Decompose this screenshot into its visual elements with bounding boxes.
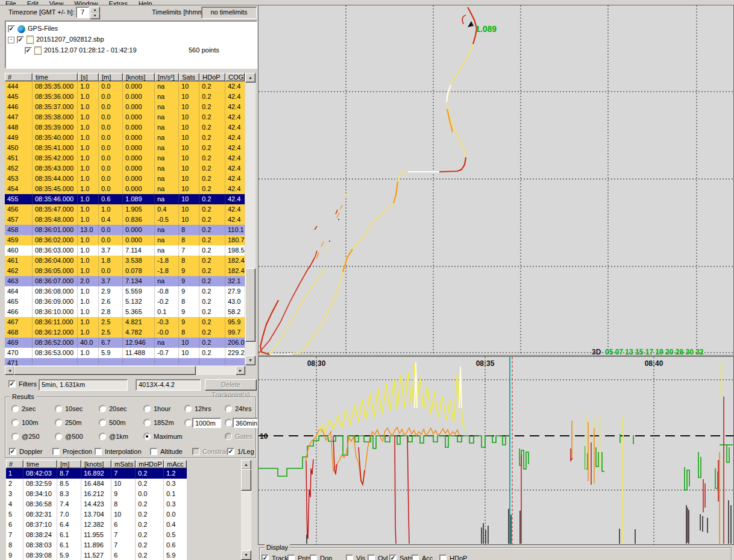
- results-vscrollbar[interactable]: ▲ ▼: [241, 460, 251, 560]
- radio-250m[interactable]: 250m: [55, 419, 82, 426]
- interpolation-checkbox[interactable]: ✓: [95, 448, 102, 455]
- custom-time-input[interactable]: 360min: [233, 418, 258, 428]
- table-row[interactable]: 45808:36:01.00013.00.00.000na80.2110.1: [5, 225, 245, 235]
- radio-12hrs[interactable]: 12hrs: [184, 405, 212, 412]
- scroll-right-icon[interactable]: ►: [236, 366, 245, 375]
- timezone-spin-down-icon[interactable]: ▼: [90, 13, 100, 19]
- scroll-down-icon[interactable]: ▼: [245, 356, 256, 365]
- table-row[interactable]: 44708:35:38.0001.00.00.000na100.242.4: [5, 112, 245, 122]
- radio-500m[interactable]: 500m: [99, 419, 126, 426]
- table-row[interactable]: 45508:35:46.0001.00.61.089na100.242.4: [5, 194, 245, 204]
- col-header[interactable]: COG: [225, 73, 245, 81]
- table-row[interactable]: 45908:36:02.0001.00.00.000na80.2180.7: [5, 235, 245, 245]
- col-header[interactable]: [s]: [78, 73, 99, 81]
- filters-checkbox[interactable]: ✓: [8, 380, 16, 388]
- doppler-checkbox[interactable]: ✓: [9, 448, 16, 455]
- table-row[interactable]: 45408:35:45.0001.00.00.000na100.242.4: [5, 184, 245, 194]
- table-row[interactable]: 46008:36:03.0001.03.77.114na70.2198.5: [5, 245, 245, 256]
- radio-custom-time[interactable]: [225, 419, 232, 426]
- radio-maximum[interactable]: Maximum: [143, 433, 183, 440]
- display-hdop-toggle[interactable]: ✓HDoP: [439, 555, 467, 560]
- display-dop-toggle[interactable]: ✓Dop: [310, 555, 332, 560]
- col-header[interactable]: [m]: [57, 460, 81, 468]
- radio-at1km[interactable]: @1km: [99, 433, 128, 440]
- display-pnts-toggle[interactable]: ✓Pnts: [287, 555, 311, 560]
- table-row[interactable]: 46708:36:11.0001.02.54.821-0.390.295.9: [5, 317, 245, 327]
- timezone-input[interactable]: 7: [76, 7, 89, 18]
- radio-2sec[interactable]: 2sec: [11, 405, 36, 412]
- tree-item-root[interactable]: ✓GPS-Files: [8, 23, 257, 34]
- vis-checkbox[interactable]: ✓: [346, 555, 353, 560]
- table-row[interactable]: 45108:35:42.0001.00.00.000na100.242.4: [5, 153, 245, 163]
- oneleg-toggle[interactable]: ✓1/Leg: [227, 448, 254, 455]
- ovl-checkbox[interactable]: ✓: [368, 555, 375, 560]
- filter-range-field[interactable]: 5min, 1.631km: [39, 379, 128, 391]
- root-checkbox[interactable]: ✓: [8, 25, 15, 33]
- table-row[interactable]: 471: [5, 358, 245, 365]
- scroll-up-icon[interactable]: ▲: [241, 460, 251, 470]
- menu-view[interactable]: View: [49, 0, 64, 5]
- delete-trackpoints-button[interactable]: Delete Trackpoint(s): [205, 379, 257, 391]
- vscroll-thumb[interactable]: [241, 469, 251, 491]
- table-row[interactable]: 908:39:085.911.52760.25.9: [6, 550, 187, 560]
- radio-custom-distance[interactable]: [184, 419, 192, 426]
- interpolation-toggle[interactable]: ✓Interpolation: [95, 448, 142, 455]
- acc-checkbox[interactable]: ✓: [412, 555, 419, 560]
- session-checkbox[interactable]: ✓: [25, 47, 32, 54]
- timelimits-value[interactable]: no timelimits: [201, 7, 257, 19]
- table-row[interactable]: 108:42:038.716.89270.21.2: [6, 468, 187, 479]
- radio-1852m[interactable]: 1852m: [143, 419, 174, 426]
- altitude-toggle[interactable]: ✓Altitude: [150, 448, 183, 455]
- display-sats-toggle[interactable]: ✓Sats: [389, 555, 413, 560]
- oneleg-checkbox[interactable]: ✓: [227, 448, 234, 455]
- radio-1hour[interactable]: 1hour: [143, 405, 171, 412]
- table-row[interactable]: 608:37:106.412.38260.20.4: [6, 520, 187, 530]
- radio-at500[interactable]: @500: [55, 433, 83, 440]
- tree-item-file[interactable]: -✓20151207_092812.sbp: [8, 34, 257, 45]
- table-row[interactable]: 508:32:317.013.704100.20.0: [6, 509, 187, 520]
- col-header[interactable]: time: [33, 73, 78, 81]
- table-row[interactable]: 45708:35:48.0001.00.40.836-0.5100.242.4: [5, 215, 245, 225]
- col-header[interactable]: #: [5, 73, 33, 81]
- menu-edit[interactable]: Edit: [27, 0, 39, 5]
- tracks-checkbox[interactable]: ✓: [262, 555, 269, 560]
- track-table-hscrollbar[interactable]: ◄ ►: [5, 366, 245, 375]
- tree-item-session[interactable]: ✓2015.12.07 01:28:12 - 01:42:19 560 poin…: [25, 45, 257, 55]
- map-panel[interactable]: 1.089 3D 05 07 13 15 17 19 20 28 30 32: [258, 5, 734, 356]
- table-row[interactable]: 46108:36:04.0001.01.83.538-1.880.2182.4: [5, 256, 245, 266]
- map-canvas[interactable]: 1.089 3D 05 07 13 15 17 19 20 28 30 32: [259, 5, 733, 355]
- speed-chart-panel[interactable]: 10 08:30 08:35 08:40: [258, 356, 734, 545]
- table-row[interactable]: 308:34:108.316.21290.00.1: [6, 489, 187, 499]
- filters-toggle[interactable]: ✓ Filters: [8, 380, 37, 388]
- sats-checkbox[interactable]: ✓: [389, 555, 397, 560]
- menu-help[interactable]: Help: [139, 0, 152, 5]
- table-row[interactable]: 44408:35:35.0001.00.00.000na100.242.4: [5, 81, 245, 92]
- constrain-checkbox[interactable]: ✓: [192, 448, 199, 455]
- table-row[interactable]: 44608:35:37.0001.00.00.000na100.242.4: [5, 102, 245, 112]
- main-track[interactable]: [260, 7, 477, 355]
- table-row[interactable]: 44508:35:36.0001.00.00.000na100.242.4: [5, 92, 245, 102]
- table-row[interactable]: 808:38:036.111.89670.20.6: [6, 540, 187, 550]
- col-header[interactable]: [m/s²]: [155, 73, 179, 81]
- hscroll-thumb[interactable]: [14, 366, 196, 375]
- radio-20sec[interactable]: 20sec: [99, 405, 127, 412]
- radio-24hrs[interactable]: 24hrs: [225, 405, 252, 412]
- col-header[interactable]: mHDoP: [136, 460, 164, 468]
- radio-at250[interactable]: @250: [11, 433, 40, 440]
- scroll-down-icon[interactable]: ▼: [241, 550, 251, 560]
- table-row[interactable]: 46308:36:07.0002.03.77.134na90.232.1: [5, 276, 245, 286]
- doppler-toggle[interactable]: ✓Doppler: [9, 448, 43, 455]
- projection-toggle[interactable]: ✓Projection: [52, 448, 92, 455]
- pnts-checkbox[interactable]: ✓: [287, 555, 295, 560]
- table-row[interactable]: 44908:35:40.0001.00.00.000na100.242.4: [5, 133, 245, 143]
- scroll-up-icon[interactable]: ▲: [245, 73, 256, 83]
- col-header[interactable]: [knots]: [123, 73, 155, 81]
- projection-checkbox[interactable]: ✓: [52, 448, 60, 455]
- table-row[interactable]: 45208:35:43.0001.00.00.000na100.242.4: [5, 163, 245, 174]
- track-table-vscrollbar[interactable]: ▲ ▼: [245, 73, 256, 365]
- table-row[interactable]: 45008:35:41.0001.00.00.000na100.242.4: [5, 143, 245, 153]
- altitude-checkbox[interactable]: ✓: [150, 448, 157, 455]
- hdop-checkbox[interactable]: ✓: [439, 555, 447, 560]
- table-row[interactable]: 208:32:598.516.484100.20.3: [6, 479, 187, 489]
- table-row[interactable]: 46908:36:52.00040.06.712.946na100.2206.0: [5, 338, 245, 348]
